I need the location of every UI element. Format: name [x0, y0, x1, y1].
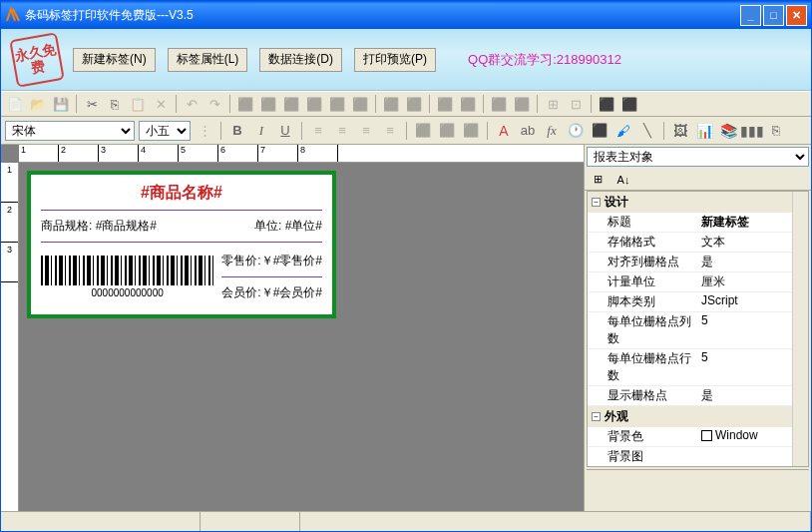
- valign-top-icon[interactable]: ⬛: [413, 121, 433, 141]
- font-color-icon[interactable]: A: [494, 121, 514, 141]
- category-label: 外观: [605, 408, 628, 425]
- valign-mid-icon[interactable]: ⬛: [437, 121, 457, 141]
- text-tool-icon[interactable]: ab: [518, 121, 538, 141]
- ribbon: 永久免费 新建标签(N) 标签属性(L) 数据连接(D) 打印预览(P) QQ群…: [1, 29, 811, 91]
- collapse-toggle-icon[interactable]: −: [592, 198, 601, 207]
- bring-front-icon[interactable]: ⬛: [489, 94, 509, 114]
- tool-icon-1[interactable]: ⬛: [597, 94, 616, 114]
- text-align-center-icon[interactable]: ≡: [332, 121, 352, 141]
- ungroup-icon[interactable]: ⬛: [458, 94, 478, 114]
- unit-label: 单位:: [254, 219, 281, 233]
- object-selector-combo[interactable]: 报表主对象: [587, 147, 809, 167]
- product-name-field[interactable]: #商品名称#: [41, 181, 322, 206]
- bold-icon[interactable]: B: [227, 121, 247, 141]
- redo-icon[interactable]: ↷: [204, 94, 224, 114]
- property-row[interactable]: 脚本类别JScript: [588, 292, 808, 312]
- minimize-button[interactable]: _: [740, 5, 761, 26]
- align-bottom-icon[interactable]: ⬛: [350, 94, 370, 114]
- alphabetical-tab-icon[interactable]: A↓: [614, 171, 632, 189]
- new-label-button[interactable]: 新建标签(N): [73, 48, 156, 72]
- font-size-combo[interactable]: 小五: [139, 121, 191, 141]
- cut-icon[interactable]: ✂: [82, 94, 102, 114]
- qq-group-text: QQ群交流学习:218990312: [468, 51, 621, 69]
- data-connect-button[interactable]: 数据连接(D): [259, 48, 342, 72]
- underline-icon[interactable]: U: [275, 121, 295, 141]
- close-button[interactable]: ✕: [786, 5, 807, 26]
- property-row[interactable]: 计量单位厘米: [588, 272, 808, 292]
- property-key: 计量单位: [588, 272, 697, 291]
- undo-icon[interactable]: ↶: [182, 94, 202, 114]
- unit-value[interactable]: #单位#: [285, 219, 322, 233]
- save-icon[interactable]: 💾: [51, 94, 71, 114]
- text-align-right-icon[interactable]: ≡: [356, 121, 376, 141]
- retail-label: 零售价:: [221, 253, 260, 269]
- print-preview-button[interactable]: 打印预览(P): [354, 48, 436, 72]
- snap-icon[interactable]: ⊡: [566, 94, 586, 114]
- property-row[interactable]: 每单位栅格点列数5: [588, 312, 808, 349]
- property-row[interactable]: 背景色Window: [588, 427, 808, 447]
- maximize-button[interactable]: □: [763, 5, 784, 26]
- align-middle-icon[interactable]: ⬛: [327, 94, 347, 114]
- italic-icon[interactable]: I: [251, 121, 271, 141]
- scrollbar[interactable]: [792, 192, 808, 466]
- property-row[interactable]: 显示栅格点是: [588, 386, 808, 406]
- category-label: 设计: [605, 194, 628, 211]
- distribute-h-icon[interactable]: ⬛: [381, 94, 401, 114]
- property-row[interactable]: 存储格式文本: [588, 233, 808, 253]
- property-grid[interactable]: −设计标题新建标签存储格式文本对齐到栅格点是计量单位厘米脚本类别JScript每…: [587, 191, 809, 467]
- clock-icon[interactable]: 🕐: [566, 121, 586, 141]
- property-row[interactable]: 标题新建标签: [588, 213, 808, 233]
- valign-bot-icon[interactable]: ⬛: [461, 121, 481, 141]
- new-icon[interactable]: 📄: [5, 94, 25, 114]
- label-props-button[interactable]: 标签属性(L): [168, 48, 248, 72]
- shape-icon[interactable]: 📚: [718, 121, 738, 141]
- property-row[interactable]: 每单位栅格点行数5: [588, 349, 808, 386]
- font-dialog-icon[interactable]: ⋮: [195, 121, 214, 141]
- label-card[interactable]: #商品名称# 商品规格: #商品规格# 单位: #单位# 00000000000…: [27, 171, 336, 318]
- more-icon[interactable]: ⎘: [766, 121, 786, 141]
- property-panel: 报表主对象 ⊞ A↓ −设计标题新建标签存储格式文本对齐到栅格点是计量单位厘米脚…: [584, 145, 811, 511]
- horizontal-ruler: 12345678: [19, 145, 584, 163]
- spec-value[interactable]: #商品规格#: [96, 219, 157, 233]
- design-canvas[interactable]: #商品名称# 商品规格: #商品规格# 单位: #单位# 00000000000…: [19, 163, 584, 511]
- distribute-v-icon[interactable]: ⬛: [404, 94, 424, 114]
- property-key: 背景图: [588, 447, 697, 466]
- collapse-toggle-icon[interactable]: −: [592, 412, 601, 421]
- font-family-combo[interactable]: 宋体: [5, 121, 135, 141]
- send-back-icon[interactable]: ⬛: [512, 94, 532, 114]
- field-icon[interactable]: ⬛: [590, 121, 609, 141]
- property-row[interactable]: 背景图: [588, 447, 808, 467]
- copy-icon[interactable]: ⎘: [105, 94, 125, 114]
- toolbar-format: 宋体 小五 ⋮ B I U ≡ ≡ ≡ ≡ ⬛ ⬛ ⬛ A ab fx 🕐 ⬛ …: [1, 117, 811, 145]
- group-icon[interactable]: ⬛: [435, 94, 455, 114]
- text-align-left-icon[interactable]: ≡: [308, 121, 328, 141]
- line-icon[interactable]: ╲: [637, 121, 657, 141]
- align-center-icon[interactable]: ⬛: [258, 94, 278, 114]
- grid-icon[interactable]: ⊞: [543, 94, 563, 114]
- align-right-icon[interactable]: ⬛: [281, 94, 301, 114]
- fill-color-icon[interactable]: 🖌: [613, 121, 633, 141]
- tool-icon-2[interactable]: ⬛: [619, 94, 639, 114]
- toolbar-main: 📄 📂 💾 ✂ ⎘ 📋 ✕ ↶ ↷ ⬛ ⬛ ⬛ ⬛ ⬛ ⬛ ⬛ ⬛ ⬛ ⬛ ⬛ …: [1, 91, 811, 117]
- barcode[interactable]: 0000000000000: [41, 256, 213, 298]
- property-key: 存储格式: [588, 233, 697, 252]
- member-value[interactable]: ￥#会员价#: [261, 284, 322, 301]
- delete-icon[interactable]: ✕: [151, 94, 171, 114]
- align-top-icon[interactable]: ⬛: [304, 94, 324, 114]
- open-icon[interactable]: 📂: [28, 94, 48, 114]
- retail-value[interactable]: ￥#零售价#: [261, 253, 322, 269]
- text-align-justify-icon[interactable]: ≡: [380, 121, 400, 141]
- align-left-icon[interactable]: ⬛: [235, 94, 255, 114]
- paste-icon[interactable]: 📋: [128, 94, 148, 114]
- barcode-icon[interactable]: ▮▮▮: [742, 121, 762, 141]
- property-key: 背景色: [588, 427, 697, 446]
- image-icon[interactable]: 🖼: [670, 121, 690, 141]
- property-row[interactable]: 对齐到栅格点是: [588, 253, 808, 272]
- status-bar: [1, 511, 811, 531]
- member-label: 会员价:: [221, 284, 260, 301]
- spec-label: 商品规格:: [41, 219, 92, 233]
- canvas-area: 12345678 123 #商品名称# 商品规格: #商品规格# 单位: #单位…: [1, 145, 584, 511]
- categorized-tab-icon[interactable]: ⊞: [589, 171, 607, 189]
- formula-icon[interactable]: fx: [542, 121, 562, 141]
- chart-icon[interactable]: 📊: [694, 121, 714, 141]
